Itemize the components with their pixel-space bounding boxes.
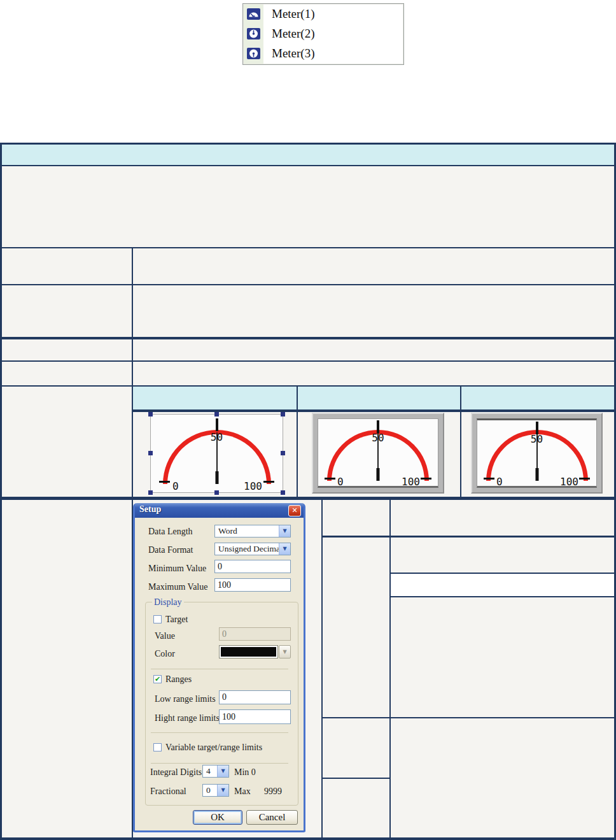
gauge-needle-hub xyxy=(535,468,538,481)
target-label: Target xyxy=(165,615,188,625)
list-item-label: Meter(1) xyxy=(272,7,315,21)
table-border xyxy=(389,573,616,574)
high-range-input[interactable] xyxy=(219,709,291,724)
data-length-select[interactable]: Word ▼ xyxy=(214,525,291,537)
integral-digits-note: Min 0 xyxy=(234,767,256,778)
selection-handle[interactable] xyxy=(281,412,285,416)
low-range-input[interactable] xyxy=(219,690,291,704)
selection-handle[interactable] xyxy=(214,490,219,495)
fractional-value: 0 xyxy=(206,785,211,795)
meter-example-selected[interactable]: 50 0 100 xyxy=(150,414,283,493)
fractional-max-value: 9999 xyxy=(264,787,282,797)
selection-handle[interactable] xyxy=(148,490,153,495)
gauge: 50 0 100 xyxy=(151,415,283,492)
selection-handle[interactable] xyxy=(148,451,153,455)
color-dropdown-button[interactable]: ▼ xyxy=(279,645,291,658)
chevron-down-icon[interactable]: ▼ xyxy=(279,543,290,555)
selection-handle[interactable] xyxy=(148,412,153,416)
gauge-mid-label: 50 xyxy=(372,432,384,444)
list-item-meter2[interactable]: Meter(2) xyxy=(243,24,403,43)
chevron-down-icon[interactable]: ▼ xyxy=(217,765,228,777)
data-length-label: Data Length xyxy=(148,527,193,537)
low-range-label: Low range limits xyxy=(155,694,216,704)
data-length-value: Word xyxy=(218,526,237,536)
separator xyxy=(151,669,288,669)
gauge-min-tick xyxy=(325,478,335,480)
maximum-value-label: Maximum Value xyxy=(148,582,207,592)
target-checkbox[interactable] xyxy=(153,615,162,623)
gauge-max-label: 100 xyxy=(402,476,420,488)
gauge-min-label: 0 xyxy=(337,476,344,488)
separator xyxy=(151,732,288,733)
color-swatch-fill xyxy=(221,647,276,657)
table-border xyxy=(321,497,323,840)
gauge-needle-hub xyxy=(215,471,218,484)
table-border xyxy=(460,385,461,500)
separator xyxy=(151,763,288,764)
check-icon: ✔ xyxy=(155,675,160,683)
table-border xyxy=(0,385,616,387)
table-border xyxy=(0,337,616,339)
manual-page: { "palette": { "table_border": "#21395f"… xyxy=(0,0,616,840)
table-border xyxy=(0,837,616,840)
table-border xyxy=(0,143,616,145)
ok-button[interactable]: OK xyxy=(193,810,242,825)
object-list-box: Meter(1) Meter(2) Meter(3) xyxy=(242,3,404,65)
meter-example-sunken: 50 0 100 xyxy=(471,413,603,494)
dialog-title: Setup xyxy=(139,504,161,515)
semicircle-meter-icon xyxy=(247,8,260,20)
display-group-label: Display xyxy=(152,597,184,608)
list-item-meter3[interactable]: Meter(3) xyxy=(243,43,403,63)
meter-columns-header-fill xyxy=(132,385,616,412)
data-format-select[interactable]: Unsigned Decimal ▼ xyxy=(214,543,291,555)
table-border xyxy=(132,409,616,412)
target-color-swatch[interactable] xyxy=(219,645,278,658)
list-item-label: Meter(3) xyxy=(272,46,315,61)
dialog-titlebar[interactable]: Setup ✕ xyxy=(135,503,304,518)
round-meter-down-icon xyxy=(247,48,260,59)
variable-limits-checkbox[interactable] xyxy=(153,743,162,751)
color-label: Color xyxy=(155,649,175,659)
list-item-label: Meter(2) xyxy=(272,27,315,41)
white-band-cell xyxy=(391,574,614,596)
gauge-min-tick xyxy=(159,481,170,483)
table-border xyxy=(321,778,391,779)
list-item-meter1[interactable]: Meter(1) xyxy=(243,4,403,24)
fractional-select[interactable]: 0 ▼ xyxy=(202,784,229,797)
gauge: 50 0 100 xyxy=(318,419,438,486)
gauge-min-tick xyxy=(484,478,494,480)
meter-example-raised: 50 0 100 xyxy=(312,413,444,494)
ranges-label: Ranges xyxy=(165,674,192,685)
gauge-max-tick xyxy=(421,478,431,480)
dialog-body: Data Length Word ▼ Data Format Unsigned … xyxy=(135,518,304,830)
selection-handle[interactable] xyxy=(214,412,219,416)
gauge-max-label: 100 xyxy=(244,480,262,492)
chevron-down-icon: ▼ xyxy=(283,649,286,655)
gauge-mid-label: 50 xyxy=(531,433,543,445)
gauge-top-tick xyxy=(536,422,538,434)
high-range-label: Hight range limits xyxy=(155,713,220,723)
table-border xyxy=(321,536,616,537)
gauge-min-label: 0 xyxy=(172,480,179,492)
cancel-button[interactable]: Cancel xyxy=(246,810,298,825)
selection-handle[interactable] xyxy=(281,451,285,455)
ranges-checkbox[interactable]: ✔ xyxy=(153,675,162,683)
table-border xyxy=(0,165,616,166)
maximum-value-input[interactable] xyxy=(214,578,291,592)
table-border xyxy=(389,596,616,597)
round-meter-up-icon xyxy=(247,28,260,39)
variable-limits-label: Variable target/range limits xyxy=(165,743,262,753)
chevron-down-icon[interactable]: ▼ xyxy=(217,785,228,796)
selection-handle[interactable] xyxy=(281,490,285,495)
integral-digits-label: Integral Digits xyxy=(150,767,202,778)
table-border xyxy=(297,385,298,500)
minimum-value-label: Minimum Value xyxy=(148,564,206,574)
chevron-down-icon[interactable]: ▼ xyxy=(279,525,290,537)
table-border xyxy=(0,143,2,840)
close-button[interactable]: ✕ xyxy=(288,505,301,516)
integral-digits-value: 4 xyxy=(206,766,211,776)
minimum-value-input[interactable] xyxy=(214,560,291,573)
gauge-min-label: 0 xyxy=(496,476,503,488)
meter-panel: 50 0 100 xyxy=(150,414,283,493)
integral-digits-select[interactable]: 4 ▼ xyxy=(202,765,229,778)
